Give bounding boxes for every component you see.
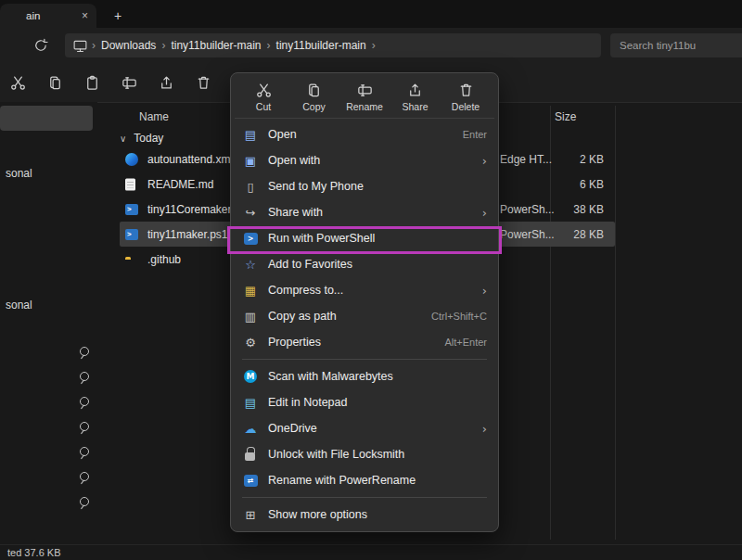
file-size: 28 KB — [548, 228, 604, 241]
copy-icon — [46, 74, 64, 92]
lock-icon — [242, 447, 259, 462]
group-label: Today — [134, 132, 163, 145]
status-bar: ted 37.6 KB — [0, 544, 742, 560]
toolbar-copy-button[interactable] — [45, 72, 65, 93]
breadcrumb-item[interactable]: Downloads — [101, 39, 156, 52]
copy-icon — [305, 82, 323, 99]
rename-button[interactable]: Rename — [341, 80, 388, 112]
share-icon — [158, 74, 175, 92]
tab-title: ain — [26, 10, 40, 21]
menu-item-label: Add to Favorites — [268, 258, 487, 271]
quick-action-label: Share — [402, 101, 428, 112]
file-name: autounattend.xml — [147, 153, 233, 166]
zip-icon: ▦ — [242, 283, 259, 298]
chevron-right-icon: › — [92, 39, 96, 52]
file-name: .github — [147, 253, 181, 266]
delete-button[interactable]: Delete — [442, 80, 489, 112]
toolbar-paste-button[interactable] — [82, 72, 102, 93]
sidebar-item-personal-2[interactable]: sonal — [6, 299, 32, 312]
rename-icon — [356, 82, 374, 99]
share-icon — [406, 82, 424, 99]
breadcrumb-item[interactable]: tiny11builder-main — [171, 39, 261, 52]
toolbar-rename-button[interactable] — [119, 72, 139, 93]
chevron-right-icon: › — [267, 39, 271, 52]
open-icon: ▤ — [242, 127, 259, 142]
sidebar: sonal sonal — [0, 102, 97, 545]
pin-icon — [80, 372, 89, 381]
menu-item-add-to-favorites[interactable]: ☆Add to Favorites — [235, 251, 494, 277]
menu-item-edit-in-notepad[interactable]: ▤Edit in Notepad — [235, 389, 494, 415]
menu-item-share-with[interactable]: ↪Share with› — [235, 199, 494, 225]
chevron-right-icon: › — [482, 284, 487, 298]
menu-separator — [242, 497, 487, 498]
shortcut-label: Ctrl+Shift+C — [431, 311, 487, 322]
cut-button[interactable]: Cut — [240, 80, 287, 112]
menu-item-compress-to[interactable]: ▦Compress to...› — [235, 277, 494, 303]
shortcut-label: Alt+Enter — [444, 337, 487, 348]
menu-item-open[interactable]: ▤OpenEnter — [235, 121, 494, 147]
menu-item-label: Open — [268, 128, 455, 141]
chevron-right-icon: › — [482, 154, 487, 168]
notepad-icon: ▤ — [242, 395, 259, 410]
status-text: ted 37.6 KB — [7, 545, 61, 560]
file-type: Edge HT... — [500, 153, 552, 166]
powershell-file-icon — [125, 229, 138, 240]
context-menu-items: ▤OpenEnter▣Open with›▯Send to My Phone↪S… — [235, 121, 494, 528]
delete-icon — [457, 82, 475, 99]
menu-item-label: Send to My Phone — [268, 180, 487, 193]
toolbar-share-button[interactable] — [156, 72, 176, 93]
file-size: 2 KB — [548, 153, 604, 166]
new-tab-button[interactable]: + — [108, 6, 128, 25]
group-header-today[interactable]: ∨ Today — [120, 128, 163, 148]
menu-item-label: Share with — [268, 206, 475, 219]
doc-file-icon — [125, 178, 135, 190]
search-box[interactable]: Search tiny11bu — [610, 33, 742, 57]
breadcrumb-item[interactable]: tiny11builder-main — [276, 39, 366, 52]
file-size: 38 KB — [548, 203, 604, 216]
menu-item-label: OneDrive — [268, 422, 475, 435]
sidebar-item-personal[interactable]: sonal — [6, 167, 32, 180]
chevron-right-icon: › — [372, 39, 376, 52]
menu-item-label: Unlock with File Locksmith — [268, 448, 487, 461]
menu-item-label: Show more options — [268, 508, 487, 521]
menu-item-show-more-options[interactable]: ⊞Show more options — [235, 502, 494, 528]
menu-item-label: Open with — [268, 154, 475, 167]
copy-button[interactable]: Copy — [291, 80, 338, 112]
properties-icon: ⚙ — [242, 335, 259, 350]
sidebar-selected-item[interactable] — [0, 106, 93, 131]
menu-item-scan-with-malwarebytes[interactable]: MScan with Malwarebytes — [235, 363, 494, 389]
file-type: PowerSh... — [500, 228, 555, 241]
menu-item-rename-with-powerrename[interactable]: ⇄Rename with PowerRename — [235, 467, 494, 493]
menu-item-onedrive[interactable]: ☁OneDrive› — [235, 415, 494, 441]
address-breadcrumb-bar[interactable]: › Downloads›tiny11builder-main›tiny11bui… — [65, 33, 601, 57]
context-menu: Cut Copy Rename Share Delete ▤OpenEnter▣… — [230, 72, 499, 532]
menu-item-properties[interactable]: ⚙PropertiesAlt+Enter — [235, 329, 494, 355]
copy-path-icon: ▥ — [242, 309, 259, 324]
delete-icon — [195, 74, 212, 92]
shortcut-label: Enter — [463, 129, 487, 140]
pin-icon — [80, 347, 89, 356]
malwarebytes-icon: M — [242, 369, 259, 384]
chevron-right-icon: › — [482, 422, 487, 436]
menu-item-send-to-my-phone[interactable]: ▯Send to My Phone — [235, 173, 494, 199]
menu-item-copy-as-path[interactable]: ▥Copy as pathCtrl+Shift+C — [235, 303, 494, 329]
column-header-size[interactable]: Size — [555, 110, 576, 123]
menu-item-open-with[interactable]: ▣Open with› — [235, 147, 494, 173]
refresh-button[interactable] — [30, 34, 52, 57]
breadcrumb: Downloads›tiny11builder-main›tiny11build… — [99, 39, 379, 52]
menu-item-label: Compress to... — [268, 284, 475, 297]
menu-item-label: Rename with PowerRename — [268, 474, 487, 487]
menu-item-label: Edit in Notepad — [268, 396, 487, 409]
quick-action-label: Cut — [256, 101, 271, 112]
onedrive-icon: ☁ — [242, 421, 259, 436]
quick-action-label: Rename — [346, 101, 383, 112]
chevron-right-icon: › — [161, 39, 165, 52]
close-tab-icon[interactable]: × — [82, 9, 88, 22]
column-header-name[interactable]: Name — [139, 110, 169, 123]
toolbar-delete-button[interactable] — [193, 72, 213, 93]
explorer-tab[interactable]: ain × — [0, 4, 96, 28]
toolbar-cut-button[interactable] — [7, 72, 28, 93]
menu-item-unlock-with-file-locksmith[interactable]: Unlock with File Locksmith — [235, 441, 494, 467]
share-button[interactable]: Share — [392, 80, 439, 112]
pin-icon — [80, 422, 89, 431]
